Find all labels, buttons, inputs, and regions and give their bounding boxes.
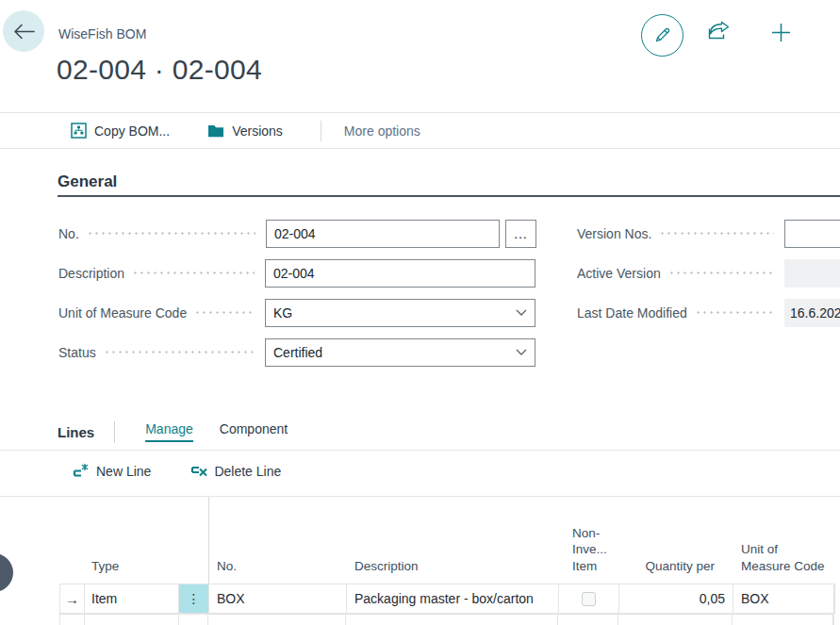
dotted-leader [104,351,255,354]
row-options-cell[interactable] [178,615,208,625]
cell-non-inventory-item[interactable] [559,584,619,613]
lines-header: Lines Manage Component [58,419,288,445]
column-header-no[interactable]: No. [209,497,347,584]
cell-unit-of-measure-code[interactable]: BOX [733,584,834,613]
column-header-type[interactable]: Type [85,497,209,584]
cell-quantity-per[interactable] [618,615,733,625]
vertical-ellipsis-icon: ⋮ [188,591,201,606]
column-header-non-inventory-item[interactable]: Non-Inve...Item [559,497,619,584]
column-header-unit-of-measure-code[interactable]: Unit ofMeasure Code [733,497,834,584]
lines-heading: Lines [58,424,94,440]
lines-divider [114,421,115,443]
cell-type[interactable]: Item [85,584,179,613]
cell-type[interactable] [85,615,179,625]
page-caption: WiseFish BOM [58,26,146,41]
row-options-button[interactable]: ⋮ [179,584,209,613]
copy-bom-icon [71,123,87,139]
cell-no[interactable]: BOX [209,584,347,613]
chevron-down-icon[interactable] [516,349,527,355]
no-input[interactable]: 02-004 [266,220,500,248]
new-line-icon [73,463,90,480]
uom-label: Unit of Measure Code [58,305,187,321]
field-row-description: Description 02-004 [58,258,535,288]
delete-line-label: Delete Line [214,464,281,479]
dotted-leader [668,271,774,274]
row-arrow-icon: → [65,591,79,607]
delete-line-button[interactable]: Delete Line [190,463,281,480]
action-bar: Copy BOM... Versions More options [0,112,840,149]
description-label: Description [58,266,124,281]
last-date-modified-field: 16.6.202 [784,299,840,327]
delete-line-icon [190,463,207,480]
dotted-leader [87,232,255,235]
version-nos-label: Version Nos. [577,226,651,241]
active-version-label: Active Version [577,266,661,281]
table-header: Type No. Description Non-Inve...Item Qua… [59,497,834,584]
folder-icon [207,124,224,138]
table-row-empty[interactable] [59,614,834,625]
wisefish-bom-page: WiseFish BOM 02-004 · 02-004 Copy BOM...… [0,0,840,625]
active-version-field [784,259,840,288]
cell-quantity-per[interactable]: 0,05 [619,584,733,613]
version-nos-input[interactable] [784,220,840,248]
no-label: No. [58,226,79,241]
active-row-indicator: → [59,584,85,613]
add-button[interactable] [771,23,791,42]
field-row-status: Status Certified [58,337,535,367]
cell-non-inventory-item[interactable] [558,615,618,625]
field-row-version-nos: Version Nos. [577,219,840,248]
table-row: → Item ⋮ BOX Packaging master - box/cart… [59,584,835,614]
copy-bom-label: Copy BOM... [94,123,170,139]
back-button[interactable] [3,10,44,52]
lines-action-bar: New Line Delete Line [73,463,321,480]
dotted-leader [194,311,255,314]
field-row-uom: Unit of Measure Code KG [58,298,535,327]
cell-overflow [833,615,834,625]
cell-overflow [834,584,835,613]
general-section-heading[interactable]: General [58,173,117,191]
versions-button[interactable]: Versions [207,123,283,139]
status-label: Status [58,345,96,360]
chevron-down-icon[interactable] [516,309,527,316]
dotted-leader [695,311,774,314]
new-line-button[interactable]: New Line [73,463,151,480]
column-header-description[interactable]: Description [347,497,559,584]
non-inventory-checkbox[interactable] [582,592,596,606]
back-arrow-icon [13,24,35,40]
lines-rule [0,450,840,451]
plus-icon [771,23,791,42]
cell-no[interactable] [208,615,346,625]
tab-manage[interactable]: Manage [145,421,193,442]
tab-component[interactable]: Component [220,421,288,442]
uom-select[interactable]: KG [265,299,535,327]
copy-bom-button[interactable]: Copy BOM... [71,123,170,139]
cell-unit-of-measure-code[interactable] [733,615,833,625]
page-title: 02-004 · 02-004 [57,54,262,86]
field-row-no: No. 02-004 … [58,219,536,248]
pencil-icon [652,25,672,45]
column-header-quantity-per[interactable]: Quantity per [619,497,733,584]
row-indicator-cell [59,615,85,625]
last-date-modified-label: Last Date Modified [577,305,687,321]
field-row-last-date-modified: Last Date Modified 16.6.202 [577,298,840,327]
share-button[interactable] [706,21,731,41]
ellipsis-icon: … [514,225,529,241]
assist-edit-button[interactable]: … [505,220,536,248]
description-input[interactable]: 02-004 [265,259,535,288]
more-options-button[interactable]: More options [344,123,420,139]
field-row-active-version: Active Version [577,258,840,288]
side-panel-handle[interactable] [0,553,13,592]
dotted-leader [132,271,255,274]
cell-description[interactable] [346,615,558,625]
general-section-rule [58,195,840,197]
edit-button[interactable] [641,14,684,57]
dotted-leader [659,232,774,235]
header-spacer [59,497,85,584]
new-line-label: New Line [96,464,151,479]
share-icon [706,21,731,41]
cell-description[interactable]: Packaging master - box/carton [347,584,559,613]
versions-label: Versions [232,123,283,139]
status-select[interactable]: Certified [265,338,535,367]
toolbar-divider [321,121,321,141]
